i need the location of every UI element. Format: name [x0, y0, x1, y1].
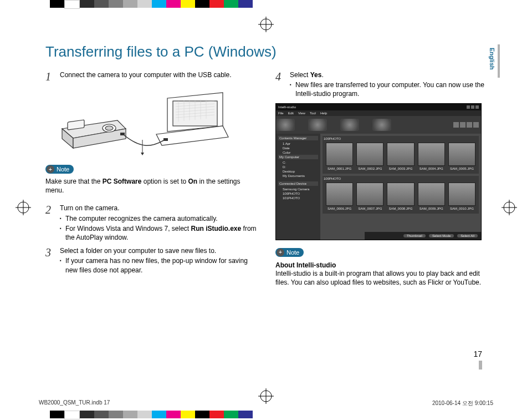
right-column: 4 Select Yes. New files are transferred …: [275, 70, 489, 287]
color-registration-bar-bottom: [0, 411, 253, 418]
step-bullet: For Windows Vista and Windows 7, select …: [60, 224, 259, 242]
footer-filename: WB2000_QSM_TUR.indb 17: [39, 399, 110, 407]
window-titlebar: Intelli-studio: [276, 104, 481, 110]
svg-rect-29: [163, 138, 168, 141]
sidebar: Contents Manager 1 Apr Date Color My Com…: [276, 134, 320, 240]
step-body: Select Yes. New files are transferred to…: [290, 70, 489, 99]
folder-panel: 100PHOTO SAM_0001.JPG SAM_0002.JPG SAM_0…: [323, 136, 479, 174]
step-body: Turn on the camera. The computer recogni…: [60, 204, 259, 242]
camera-to-laptop-diagram: [57, 87, 234, 159]
note-label: Note: [57, 166, 69, 173]
step-bullet: If your camera has no new files, the pop…: [60, 256, 259, 274]
step-text: Turn on the camera.: [60, 204, 259, 212]
toolbar-icon: [308, 119, 327, 131]
page-number: 17: [473, 350, 482, 370]
window-controls: [467, 105, 479, 109]
color-registration-bar-top: [0, 0, 532, 8]
note-2: + Note About Intelli-studio Intelli-stud…: [275, 248, 489, 287]
step-number: 3: [45, 246, 54, 275]
step-1: 1 Connect the camera to your computer wi…: [45, 70, 259, 83]
toolbar-icon: [276, 119, 295, 131]
intelli-studio-screenshot: Intelli-studio FileEditViewToolHelp Cont…: [275, 103, 482, 240]
page-content: Transferring files to a PC (Windows) 1 C…: [45, 43, 489, 287]
toolbar-icon: [340, 119, 359, 131]
language-tab: English: [488, 44, 497, 73]
footer-timestamp: 2010-06-14 오전 9:00:15: [432, 399, 493, 407]
print-footer: WB2000_QSM_TUR.indb 17 2010-06-14 오전 9:0…: [39, 399, 493, 407]
toolbar: [276, 116, 481, 134]
step-number: 1: [45, 70, 54, 83]
step-bullet: New files are transferred to your comput…: [290, 80, 489, 98]
step-text: Select a folder on your computer to save…: [60, 246, 259, 255]
step-number: 2: [45, 204, 54, 242]
view-bar: ThumbnailSelect ModeSelect All: [365, 232, 481, 240]
step-body: Select a folder on your computer to save…: [60, 246, 259, 275]
left-column: 1 Connect the camera to your computer wi…: [45, 70, 259, 287]
note-heading: About Intelli-studio: [275, 261, 489, 269]
svg-point-26: [105, 126, 113, 130]
plus-icon: +: [47, 165, 54, 173]
step-bullet: The computer recognizes the camera autom…: [60, 214, 259, 223]
folder-panel: 100PHOTO SAM_0006.JPG SAM_0007.JPG SAM_0…: [323, 176, 479, 214]
page-title: Transferring files to a PC (Windows): [45, 43, 489, 60]
note-badge: + Note: [275, 248, 304, 257]
note-label: Note: [287, 249, 299, 256]
app-title: Intelli-studio: [278, 105, 296, 109]
step-number: 4: [275, 70, 284, 99]
registration-mark-icon: [502, 200, 517, 215]
menubar: FileEditViewToolHelp: [276, 110, 481, 116]
note-badge: + Note: [45, 165, 74, 174]
registration-mark-icon: [16, 200, 31, 215]
toolbar-right-icons: [453, 122, 481, 128]
note-text: Intelli-studio is a built-in program tha…: [275, 269, 489, 287]
toolbar-icon: [372, 119, 391, 131]
main-pane: 100PHOTO SAM_0001.JPG SAM_0002.JPG SAM_0…: [320, 134, 481, 240]
svg-rect-28: [120, 133, 125, 135]
step-4: 4 Select Yes. New files are transferred …: [275, 70, 489, 99]
registration-mark-icon: [258, 17, 274, 32]
note-text: Make sure that the PC Software option is…: [45, 177, 259, 195]
note-1: + Note Make sure that the PC Software op…: [45, 165, 259, 195]
step-text: Select Yes.: [290, 70, 489, 79]
plus-icon: +: [277, 249, 284, 256]
step-2: 2 Turn on the camera. The computer recog…: [45, 204, 259, 242]
step-3: 3 Select a folder on your computer to sa…: [45, 246, 259, 275]
step-text: Connect the camera to your computer with…: [60, 70, 259, 83]
